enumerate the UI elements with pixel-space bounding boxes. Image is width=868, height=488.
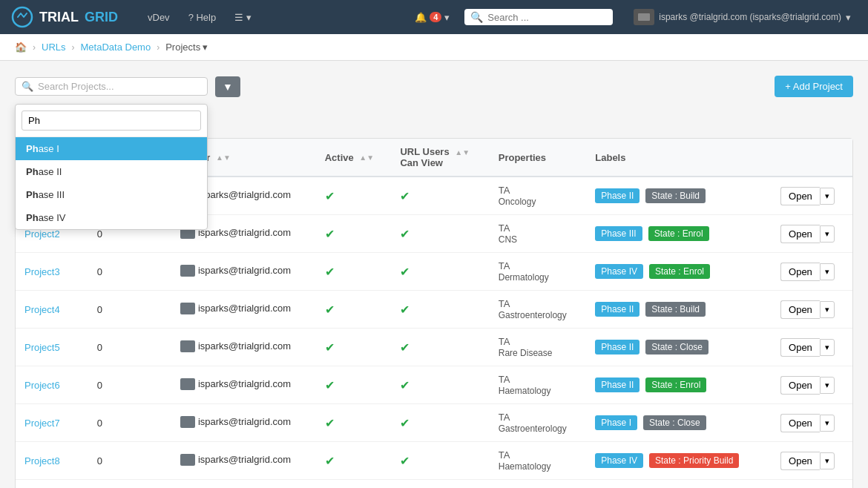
open-button[interactable]: Open [780, 263, 820, 281]
project-link[interactable]: Project8 [24, 455, 60, 466]
project-link[interactable]: Project5 [24, 342, 60, 353]
actions-cell: Open ▾ [772, 329, 852, 366]
state-badge: State : Priority Build [649, 453, 739, 468]
url-users-cell: ✔ [391, 177, 489, 215]
active-check-icon: ✔ [325, 417, 335, 429]
drafts-cell: 0 [88, 442, 171, 480]
filter-dropdown: Phase I Phase II Phase III Phase IV [15, 104, 208, 230]
sort-owner-icon: ▲▼ [216, 154, 231, 162]
breadcrumb: 🏠 › URLs › MetaData Demo › Projects ▾ [0, 34, 868, 61]
menu-nav-link[interactable]: ☰ ▾ [227, 7, 259, 27]
global-search-input[interactable] [487, 12, 599, 23]
owner-cell: isparks@trialgrid.com [171, 366, 316, 404]
open-dropdown-button[interactable]: ▾ [820, 377, 835, 394]
actions-cell: Open ▾ [772, 404, 852, 442]
project-link[interactable]: Project7 [24, 418, 60, 429]
open-button[interactable]: Open [780, 187, 820, 205]
filter-dropdown-input[interactable] [22, 111, 201, 131]
ta-cell: TACNS [490, 480, 587, 489]
phase-badge: Phase I [595, 415, 637, 430]
labels-cell: Phase IIState : Build [595, 302, 763, 317]
labels-cell: Phase IState : Close [595, 415, 763, 430]
breadcrumb-projects[interactable]: Projects ▾ [165, 42, 208, 53]
open-button[interactable]: Open [780, 414, 820, 432]
open-dropdown-button[interactable]: ▾ [820, 415, 835, 432]
owner-cell: isparks@trialgrid.com [171, 442, 316, 480]
open-dropdown-button[interactable]: ▾ [820, 263, 835, 280]
url-users-cell: ✔ [391, 366, 489, 404]
projects-search-input[interactable] [38, 81, 194, 92]
active-cell: ✔ [316, 291, 392, 329]
open-button[interactable]: Open [780, 376, 820, 395]
filter-option-phase-iii-match: Ph [26, 189, 39, 200]
table-row: Project70 isparks@trialgrid.com✔✔TAGastr… [16, 404, 852, 442]
col-url-users[interactable]: URL Users ▲▼Can View [391, 139, 489, 177]
notifications-bell[interactable]: 🔔 4 ▾ [415, 12, 450, 23]
help-nav-link[interactable]: ? Help [181, 7, 224, 27]
ta-cell: TAGastroenterology [490, 404, 587, 442]
open-button[interactable]: Open [780, 225, 820, 243]
open-button[interactable]: Open [780, 452, 820, 470]
col-active[interactable]: Active ▲▼ [316, 139, 392, 177]
url-users-cell: ✔ [391, 329, 489, 366]
filter-option-phase-iii-rest: ase III [39, 189, 65, 200]
drafts-cell: 0 [88, 253, 171, 291]
app-logo[interactable]: TRIALGRID [11, 6, 118, 28]
open-button[interactable]: Open [780, 300, 820, 319]
notifications-count: 4 [430, 12, 441, 22]
owner-cell: isparks@trialgrid.com [171, 253, 316, 291]
active-cell: ✖ [316, 480, 392, 489]
add-project-button[interactable]: + Add Project [775, 76, 853, 97]
active-check-icon: ✔ [325, 341, 335, 354]
projects-search-icon: 🔍 [22, 81, 33, 92]
filter-dropdown-input-area [16, 105, 207, 137]
open-dropdown-button[interactable]: ▾ [820, 188, 835, 205]
sort-url-icon: ▲▼ [455, 149, 470, 156]
phase-badge: Phase II [595, 302, 640, 317]
filter-option-phase-iv[interactable]: Phase IV [16, 206, 207, 229]
phase-badge: Phase III [595, 226, 642, 241]
filter-option-phase-i-match: Ph [26, 143, 39, 154]
open-dropdown-button[interactable]: ▾ [820, 452, 835, 469]
active-cell: ✔ [316, 366, 392, 404]
user-email: isparks @trialgrid.com (isparks@trialgri… [659, 12, 841, 22]
open-button[interactable]: Open [780, 338, 820, 357]
filter-option-phase-iii[interactable]: Phase III [16, 183, 207, 206]
project-link[interactable]: Project4 [24, 304, 60, 315]
url-check-icon: ✔ [400, 190, 410, 202]
active-check-icon: ✔ [325, 303, 335, 316]
global-search-icon: 🔍 [470, 11, 483, 23]
filter-option-phase-i[interactable]: Phase I [16, 137, 207, 160]
phase-badge: Phase IV [595, 264, 643, 279]
open-btn-group: Open ▾ [780, 414, 844, 432]
filter-option-phase-iv-rest: ase IV [39, 212, 66, 223]
url-users-cell: ✔ [391, 442, 489, 480]
breadcrumb-metadata[interactable]: MetaData Demo [81, 42, 151, 53]
open-dropdown-button[interactable]: ▾ [820, 339, 835, 356]
breadcrumb-urls[interactable]: URLs [42, 42, 66, 53]
filter-option-phase-ii[interactable]: Phase II [16, 160, 207, 183]
toolbar: 🔍 ▼ + Add Project Phase I Phase II Phase… [15, 76, 853, 97]
active-cell: ✔ [316, 177, 392, 215]
active-check-icon: ✔ [325, 455, 335, 467]
filter-button[interactable]: ▼ [215, 76, 240, 97]
user-menu[interactable]: isparks @trialgrid.com (isparks@trialgri… [628, 6, 857, 28]
url-check-icon: ✔ [400, 379, 410, 392]
project-link[interactable]: Project3 [24, 266, 60, 277]
breadcrumb-home[interactable]: 🏠 [15, 42, 27, 53]
state-badge: State : Enrol [648, 226, 709, 241]
ta-cell: TARare Disease [490, 329, 587, 366]
open-dropdown-button[interactable]: ▾ [820, 301, 835, 318]
vdev-nav-link[interactable]: vDev [140, 7, 177, 27]
filter-option-phase-iv-match: Ph [26, 212, 39, 223]
table-row: Project90 isparks@trialgrid.com✖✔TACNSPh… [16, 480, 852, 489]
labels-cell: Phase IVState : Enrol [595, 264, 763, 279]
open-dropdown-button[interactable]: ▾ [820, 225, 835, 243]
active-check-icon: ✔ [325, 266, 335, 278]
table-row: Project30 isparks@trialgrid.com✔✔TADerma… [16, 253, 852, 291]
drafts-cell: 0 [88, 480, 171, 489]
owner-cell: isparks@trialgrid.com [171, 480, 316, 489]
active-check-icon: ✔ [325, 379, 335, 392]
url-users-cell: ✔ [391, 291, 489, 329]
project-link[interactable]: Project6 [24, 380, 60, 391]
